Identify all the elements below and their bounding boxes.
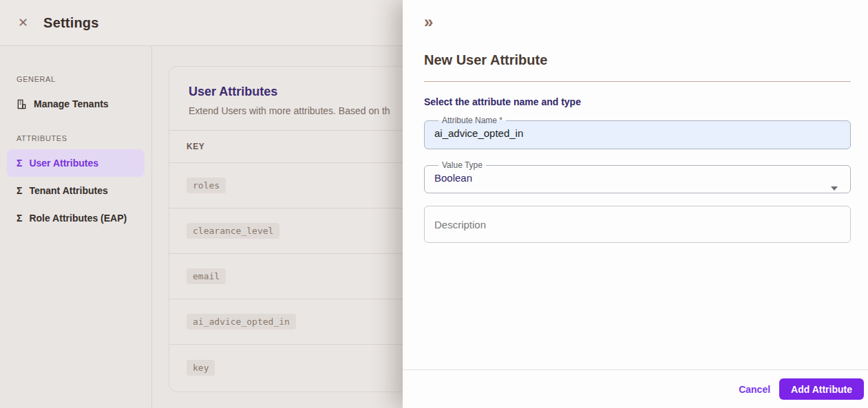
sigma-icon: Σ (17, 186, 22, 195)
sidebar-section-attributes: ATTRIBUTES (17, 134, 145, 142)
attribute-key-chip: ai_advice_opted_in (187, 314, 296, 330)
attribute-name-field[interactable]: Attribute Name * (424, 116, 851, 149)
settings-sidebar: GENERAL Manage Tenants ATTRIBUTES Σ User… (0, 46, 152, 408)
sidebar-item-label: Tenant Attributes (29, 185, 107, 196)
drawer-title: New User Attribute (424, 52, 851, 68)
attribute-key-chip: roles (187, 178, 226, 193)
attribute-name-label: Attribute Name * (438, 116, 506, 125)
value-type-label: Value Type (438, 160, 486, 170)
drawer-footer: Cancel Add Attribute (403, 369, 868, 408)
sigma-icon: Σ (17, 213, 22, 223)
chevron-double-right-icon[interactable]: » (424, 14, 441, 30)
attribute-key-chip: clearance_level (187, 223, 279, 239)
page-title: Settings (43, 15, 99, 31)
sidebar-item-user-attributes[interactable]: Σ User Attributes (7, 149, 145, 177)
sidebar-item-label: Role Attributes (EAP) (29, 213, 127, 224)
description-input[interactable] (434, 219, 840, 230)
drawer-divider (424, 81, 851, 82)
new-user-attribute-drawer: » New User Attribute Select the attribut… (403, 0, 868, 408)
attribute-key-chip: key (187, 360, 215, 376)
sidebar-item-label: User Attributes (29, 158, 98, 169)
add-attribute-button[interactable]: Add Attribute (779, 378, 864, 400)
building-icon (17, 99, 27, 109)
sidebar-item-manage-tenants[interactable]: Manage Tenants (7, 90, 145, 118)
value-type-selected-value: Boolean (434, 171, 840, 184)
chevron-down-icon (831, 186, 838, 191)
description-field[interactable] (424, 206, 851, 243)
sidebar-item-tenant-attributes[interactable]: Σ Tenant Attributes (7, 177, 145, 204)
sidebar-section-general: GENERAL (17, 75, 145, 83)
sidebar-item-label: Manage Tenants (34, 98, 109, 109)
attribute-key-chip: email (187, 268, 226, 284)
drawer-section-heading: Select the attribute name and type (424, 96, 851, 107)
close-icon[interactable]: ✕ (18, 17, 28, 29)
sidebar-item-role-attributes[interactable]: Σ Role Attributes (EAP) (7, 204, 145, 232)
value-type-select[interactable]: Value Type Boolean (424, 160, 851, 193)
sigma-icon: Σ (17, 158, 22, 168)
cancel-button[interactable]: Cancel (739, 384, 770, 395)
attribute-name-input[interactable] (434, 126, 840, 139)
